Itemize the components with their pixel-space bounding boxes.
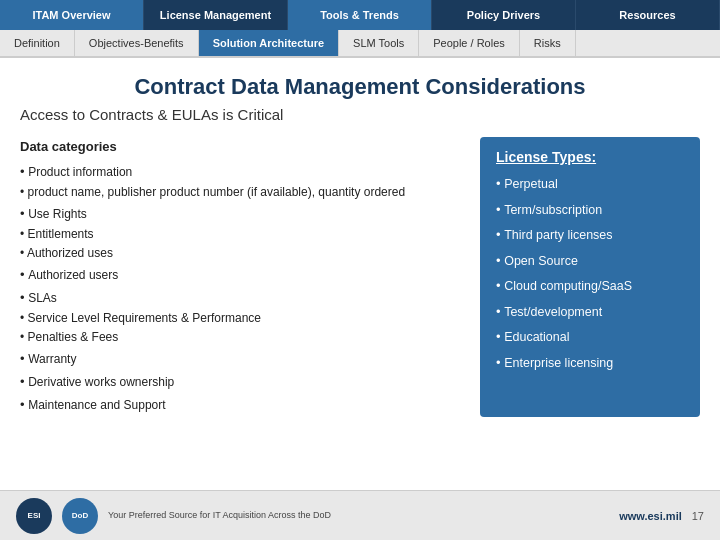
footer: ESI DoD Your Preferred Source for IT Acq… — [0, 490, 720, 540]
list-item-perpetual: Perpetual — [496, 175, 684, 194]
sub-nav: Definition Objectives-Benefits Solution … — [0, 30, 720, 58]
top-nav-item-tools[interactable]: Tools & Trends — [288, 0, 432, 30]
license-types-list: Perpetual Term/subscription Third party … — [496, 175, 684, 372]
list-item-userights: Use Rights Entitlements Authorized uses — [20, 204, 460, 263]
footer-right: www.esi.mil 17 — [619, 510, 704, 522]
sub-nav-slm[interactable]: SLM Tools — [339, 30, 419, 56]
data-categories-title: Data categories — [20, 137, 460, 158]
top-nav-item-itam[interactable]: ITAM Overview — [0, 0, 144, 30]
list-item-slr: Service Level Requirements & Performance — [20, 309, 460, 328]
list-item-open-source: Open Source — [496, 252, 684, 271]
top-nav: ITAM Overview License Management Tools &… — [0, 0, 720, 30]
list-item-authorized-users: Authorized users — [20, 265, 460, 286]
content-area: Data categories Product information prod… — [20, 137, 700, 417]
footer-page-number: 17 — [692, 510, 704, 522]
list-item-warranty: Warranty — [20, 349, 460, 370]
list-item-entitlements: Entitlements — [20, 225, 460, 244]
list-item-test-dev: Test/development — [496, 303, 684, 322]
top-nav-item-license[interactable]: License Management — [144, 0, 288, 30]
footer-url: www.esi.mil — [619, 510, 682, 522]
footer-logos: ESI DoD Your Preferred Source for IT Acq… — [16, 498, 331, 534]
list-item-authorized-uses: Authorized uses — [20, 244, 460, 263]
sub-nav-solution[interactable]: Solution Architecture — [199, 30, 339, 56]
list-item-product: Product information product name, publis… — [20, 162, 460, 202]
userights-sub-list: Entitlements Authorized uses — [20, 225, 460, 263]
product-sub-list: product name, publisher product number (… — [20, 183, 460, 202]
list-item-slas: SLAs Service Level Requirements & Perfor… — [20, 288, 460, 347]
page-title: Contract Data Management Considerations — [20, 74, 700, 100]
right-column: License Types: Perpetual Term/subscripti… — [480, 137, 700, 417]
list-item-cloud: Cloud computing/SaaS — [496, 277, 684, 296]
top-nav-item-resources[interactable]: Resources — [576, 0, 720, 30]
page-subtitle: Access to Contracts & EULAs is Critical — [20, 106, 700, 123]
top-nav-item-policy[interactable]: Policy Drivers — [432, 0, 576, 30]
left-column: Data categories Product information prod… — [20, 137, 460, 417]
list-item-penalties: Penalties & Fees — [20, 328, 460, 347]
sub-nav-risks[interactable]: Risks — [520, 30, 576, 56]
list-item-enterprise: Enterprise licensing — [496, 354, 684, 373]
sub-nav-objectives[interactable]: Objectives-Benefits — [75, 30, 199, 56]
footer-tagline: Your Preferred Source for IT Acquisition… — [108, 509, 331, 522]
esi-logo: ESI — [16, 498, 52, 534]
list-item-maintenance: Maintenance and Support — [20, 395, 460, 416]
list-item-term-subscription: Term/subscription — [496, 201, 684, 220]
main-content: Contract Data Management Considerations … — [0, 58, 720, 427]
data-categories-list: Product information product name, publis… — [20, 162, 460, 416]
list-item-third-party: Third party licenses — [496, 226, 684, 245]
list-item-educational: Educational — [496, 328, 684, 347]
list-item-product-detail: product name, publisher product number (… — [20, 183, 460, 202]
dod-logo: DoD — [62, 498, 98, 534]
sub-nav-people[interactable]: People / Roles — [419, 30, 520, 56]
slas-sub-list: Service Level Requirements & Performance… — [20, 309, 460, 347]
list-item-derivative: Derivative works ownership — [20, 372, 460, 393]
license-types-title: License Types: — [496, 149, 684, 165]
sub-nav-definition[interactable]: Definition — [0, 30, 75, 56]
